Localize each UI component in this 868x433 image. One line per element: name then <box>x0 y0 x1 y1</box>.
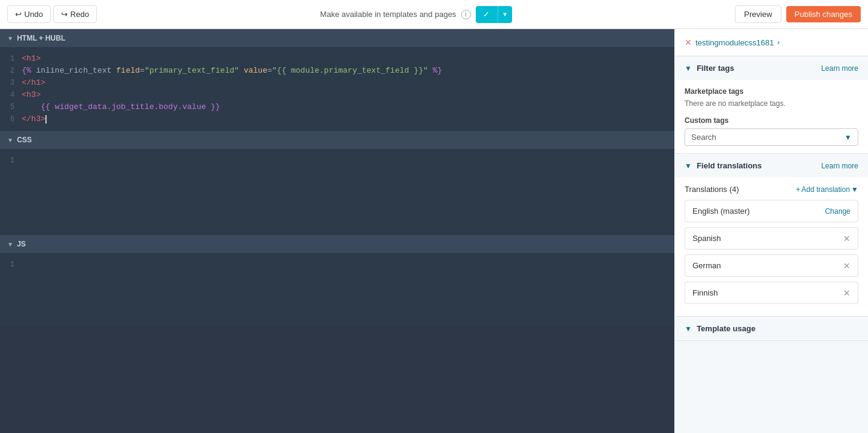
template-usage-header[interactable]: ▼ Template usage <box>675 317 868 340</box>
editor-area: ▼ HTML + HUBL 1 <h1> 2 {% inline_rich_te… <box>0 29 674 433</box>
search-dropdown-arrow-icon: ▼ <box>844 133 852 142</box>
translation-item-english: English (master) Change <box>685 200 858 222</box>
html-code-lines: 1 <h1> 2 {% inline_rich_text field="prim… <box>0 48 674 130</box>
redo-button[interactable]: ↪ Redo <box>53 5 97 23</box>
marketplace-tags-empty: There are no marketplace tags. <box>685 99 858 108</box>
translation-english-name: English (master) <box>692 207 750 216</box>
add-translation-chevron-icon: ▼ <box>851 185 858 194</box>
js-section-header[interactable]: ▼ JS <box>0 235 674 254</box>
template-usage-chevron-icon: ▼ <box>685 325 692 333</box>
filter-tags-learn-more[interactable]: Learn more <box>821 64 858 73</box>
publish-label: Publish changes <box>795 10 852 19</box>
html-chevron-icon: ▼ <box>7 35 13 42</box>
toggle-main-button[interactable]: ✓ <box>476 6 498 23</box>
field-translations-learn-more[interactable]: Learn more <box>821 162 858 170</box>
html-section-label: HTML + HUBL <box>17 34 65 42</box>
preview-button[interactable]: Preview <box>735 5 781 23</box>
field-translations-chevron-icon: ▼ <box>685 162 692 170</box>
module-close-icon[interactable]: ✕ <box>685 38 692 47</box>
translation-finnish-name: Finnish <box>692 288 718 297</box>
css-code-lines: 1 <box>0 150 674 171</box>
js-section-label: JS <box>17 240 26 248</box>
filter-tags-body: Marketplace tags There are no marketplac… <box>675 80 868 153</box>
translation-english-change-button[interactable]: Change <box>825 207 850 216</box>
js-editor[interactable]: 1 <box>0 254 674 326</box>
template-usage-section: ▼ Template usage <box>675 317 868 341</box>
translation-spanish-remove-button[interactable]: ✕ <box>843 234 850 243</box>
field-translations-title: Field translations <box>697 161 817 170</box>
css-section-label: CSS <box>17 136 32 144</box>
css-section-header[interactable]: ▼ CSS <box>0 131 674 150</box>
field-translations-section: ▼ Field translations Learn more Translat… <box>675 154 868 317</box>
js-section: ▼ JS 1 <box>0 234 674 326</box>
toggle-check-icon: ✓ <box>483 10 490 19</box>
template-usage-title: Template usage <box>697 324 755 333</box>
publish-button[interactable]: Publish changes <box>786 6 861 22</box>
main-area: ▼ HTML + HUBL 1 <h1> 2 {% inline_rich_te… <box>0 29 868 433</box>
translations-count: Translations (4) <box>685 185 739 194</box>
topbar-center: Make available in templates and pages i … <box>102 6 730 23</box>
undo-button[interactable]: ↩ Undo <box>7 5 51 23</box>
translation-spanish-name: Spanish <box>692 234 721 243</box>
redo-icon: ↪ <box>61 10 68 19</box>
search-dropdown-text: Search <box>691 133 716 142</box>
marketplace-tags-title: Marketplace tags <box>685 87 858 96</box>
code-line-3: 3 </h1> <box>0 77 674 89</box>
css-editor[interactable]: 1 <box>0 150 674 234</box>
filter-tags-section: ▼ Filter tags Learn more Marketplace tag… <box>675 56 868 154</box>
info-icon[interactable]: i <box>461 10 471 19</box>
translation-item-finnish: Finnish ✕ <box>685 282 858 304</box>
module-name-row: ✕ testingmodulecss1681 › <box>675 29 868 56</box>
add-translation-icon: + <box>796 185 800 194</box>
code-line-6: 6 </h3> <box>0 113 674 125</box>
js-line-1: 1 <box>0 259 674 271</box>
html-editor[interactable]: 1 <h1> 2 {% inline_rich_text field="prim… <box>0 48 674 130</box>
html-section: ▼ HTML + HUBL 1 <h1> 2 {% inline_rich_te… <box>0 29 674 130</box>
add-translation-label: Add translation <box>801 185 850 194</box>
topbar-left: ↩ Undo ↪ Redo <box>7 5 97 23</box>
code-line-4: 4 <h3> <box>0 89 674 101</box>
module-name[interactable]: testingmodulecss1681 <box>695 38 774 47</box>
toggle-chevron-icon: ▼ <box>502 11 508 18</box>
toggle-arrow-button[interactable]: ▼ <box>498 6 512 23</box>
add-translation-button[interactable]: + Add translation ▼ <box>796 185 858 194</box>
available-text: Make available in templates and pages <box>320 10 456 19</box>
js-code-lines: 1 <box>0 254 674 276</box>
js-chevron-icon: ▼ <box>7 241 13 248</box>
translation-item-german: German ✕ <box>685 254 858 277</box>
toggle-group: ✓ ▼ <box>476 6 512 23</box>
filter-tags-header[interactable]: ▼ Filter tags Learn more <box>675 56 868 80</box>
topbar: ↩ Undo ↪ Redo Make available in template… <box>0 0 868 29</box>
html-section-header[interactable]: ▼ HTML + HUBL <box>0 29 674 48</box>
undo-icon: ↩ <box>15 10 22 19</box>
custom-tags-title: Custom tags <box>685 116 858 125</box>
undo-label: Undo <box>24 10 43 19</box>
filter-tags-chevron-icon: ▼ <box>685 64 692 73</box>
translations-header: Translations (4) + Add translation ▼ <box>685 185 858 194</box>
code-line-1: 1 <h1> <box>0 53 674 65</box>
css-line-1: 1 <box>0 154 674 167</box>
translation-item-spanish: Spanish ✕ <box>685 227 858 250</box>
translation-finnish-remove-button[interactable]: ✕ <box>843 289 850 297</box>
translation-german-name: German <box>692 261 721 270</box>
filter-tags-title: Filter tags <box>697 64 817 73</box>
field-translations-header[interactable]: ▼ Field translations Learn more <box>675 154 868 177</box>
right-panel: ✕ testingmodulecss1681 › ▼ Filter tags L… <box>674 29 868 433</box>
code-line-5: 5 {{ widget_data.job_title.body.value }} <box>0 101 674 113</box>
translation-german-remove-button[interactable]: ✕ <box>843 262 850 270</box>
css-chevron-icon: ▼ <box>7 137 13 144</box>
search-dropdown[interactable]: Search ▼ <box>685 128 858 146</box>
preview-label: Preview <box>744 10 772 19</box>
code-line-2: 2 {% inline_rich_text field="primary_tex… <box>0 65 674 77</box>
redo-label: Redo <box>70 10 89 19</box>
css-section: ▼ CSS 1 <box>0 130 674 234</box>
module-arrow-icon: › <box>777 38 780 47</box>
field-translations-body: Translations (4) + Add translation ▼ Eng… <box>675 177 868 316</box>
